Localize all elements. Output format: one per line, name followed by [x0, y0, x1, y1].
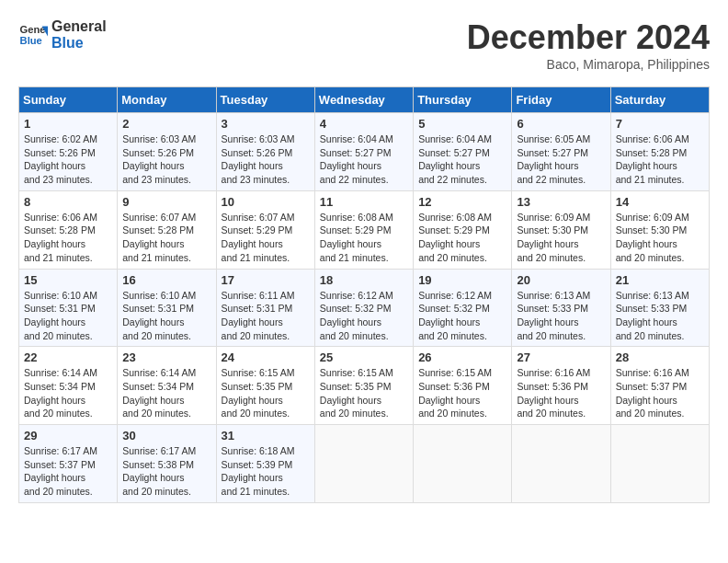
- day-info: Sunrise: 6:05 AM Sunset: 5:27 PM Dayligh…: [517, 132, 605, 187]
- calendar-cell: 23 Sunrise: 6:14 AM Sunset: 5:34 PM Dayl…: [118, 347, 216, 425]
- title-block: December 2024 Baco, Mimaropa, Philippine…: [467, 18, 710, 72]
- calendar-cell: 25 Sunrise: 6:15 AM Sunset: 5:35 PM Dayl…: [314, 347, 413, 425]
- calendar-cell: 17 Sunrise: 6:11 AM Sunset: 5:31 PM Dayl…: [216, 269, 314, 347]
- day-number: 6: [517, 117, 605, 131]
- day-info: Sunrise: 6:14 AM Sunset: 5:34 PM Dayligh…: [24, 366, 112, 420]
- day-number: 21: [616, 273, 704, 287]
- calendar-cell: 20 Sunrise: 6:13 AM Sunset: 5:33 PM Dayl…: [512, 269, 610, 347]
- location: Baco, Mimaropa, Philippines: [467, 57, 710, 72]
- day-info: Sunrise: 6:17 AM Sunset: 5:38 PM Dayligh…: [122, 444, 210, 499]
- day-info: Sunrise: 6:10 AM Sunset: 5:31 PM Dayligh…: [122, 289, 210, 343]
- month-title: December 2024: [467, 18, 710, 57]
- day-number: 3: [222, 117, 310, 131]
- day-number: 10: [222, 195, 310, 209]
- day-number: 29: [24, 429, 112, 442]
- day-info: Sunrise: 6:12 AM Sunset: 5:32 PM Dayligh…: [320, 289, 408, 343]
- header-sunday: Sunday: [19, 87, 118, 113]
- day-info: Sunrise: 6:03 AM Sunset: 5:26 PM Dayligh…: [122, 132, 210, 187]
- day-number: 8: [24, 195, 112, 209]
- day-number: 4: [320, 117, 408, 131]
- calendar-cell: 6 Sunrise: 6:05 AM Sunset: 5:27 PM Dayli…: [512, 113, 610, 191]
- calendar-cell: 2 Sunrise: 6:03 AM Sunset: 5:26 PM Dayli…: [118, 113, 216, 191]
- week-row-2: 8 Sunrise: 6:06 AM Sunset: 5:28 PM Dayli…: [19, 190, 710, 269]
- day-info: Sunrise: 6:04 AM Sunset: 5:27 PM Dayligh…: [418, 132, 506, 187]
- day-info: Sunrise: 6:08 AM Sunset: 5:29 PM Dayligh…: [418, 211, 506, 265]
- calendar-cell: 31 Sunrise: 6:18 AM Sunset: 5:39 PM Dayl…: [216, 425, 314, 503]
- calendar-cell: [414, 425, 512, 503]
- calendar-cell: 29 Sunrise: 6:17 AM Sunset: 5:37 PM Dayl…: [19, 425, 118, 503]
- day-number: 30: [122, 429, 210, 442]
- week-row-3: 15 Sunrise: 6:10 AM Sunset: 5:31 PM Dayl…: [19, 269, 710, 347]
- header-friday: Friday: [512, 87, 610, 113]
- logo-general: General: [51, 18, 107, 35]
- calendar-cell: [610, 425, 709, 503]
- calendar-cell: 8 Sunrise: 6:06 AM Sunset: 5:28 PM Dayli…: [19, 190, 118, 269]
- day-info: Sunrise: 6:07 AM Sunset: 5:29 PM Dayligh…: [222, 211, 310, 265]
- day-info: Sunrise: 6:15 AM Sunset: 5:35 PM Dayligh…: [222, 366, 310, 420]
- day-number: 27: [517, 350, 605, 364]
- calendar-cell: 7 Sunrise: 6:06 AM Sunset: 5:28 PM Dayli…: [610, 113, 709, 191]
- day-number: 13: [517, 195, 605, 209]
- header-wednesday: Wednesday: [314, 87, 413, 113]
- day-info: Sunrise: 6:14 AM Sunset: 5:34 PM Dayligh…: [122, 366, 210, 420]
- day-number: 23: [122, 350, 210, 364]
- day-info: Sunrise: 6:10 AM Sunset: 5:31 PM Dayligh…: [24, 289, 112, 343]
- day-info: Sunrise: 6:02 AM Sunset: 5:26 PM Dayligh…: [24, 132, 112, 187]
- day-number: 26: [418, 350, 506, 364]
- day-info: Sunrise: 6:11 AM Sunset: 5:31 PM Dayligh…: [222, 289, 310, 343]
- calendar-cell: 26 Sunrise: 6:15 AM Sunset: 5:36 PM Dayl…: [414, 347, 512, 425]
- day-number: 18: [320, 273, 408, 287]
- day-info: Sunrise: 6:06 AM Sunset: 5:28 PM Dayligh…: [24, 211, 112, 265]
- day-info: Sunrise: 6:18 AM Sunset: 5:39 PM Dayligh…: [222, 444, 310, 499]
- calendar-cell: 9 Sunrise: 6:07 AM Sunset: 5:28 PM Dayli…: [118, 190, 216, 269]
- day-number: 24: [222, 350, 310, 364]
- day-info: Sunrise: 6:12 AM Sunset: 5:32 PM Dayligh…: [418, 289, 506, 343]
- header-tuesday: Tuesday: [216, 87, 314, 113]
- day-number: 15: [24, 273, 112, 287]
- logo: General Blue General Blue: [18, 18, 107, 51]
- calendar-cell: 4 Sunrise: 6:04 AM Sunset: 5:27 PM Dayli…: [314, 113, 413, 191]
- logo-blue: Blue: [51, 35, 107, 52]
- calendar-cell: 1 Sunrise: 6:02 AM Sunset: 5:26 PM Dayli…: [19, 113, 118, 191]
- header-monday: Monday: [118, 87, 216, 113]
- day-number: 12: [418, 195, 506, 209]
- calendar-cell: 27 Sunrise: 6:16 AM Sunset: 5:36 PM Dayl…: [512, 347, 610, 425]
- week-row-4: 22 Sunrise: 6:14 AM Sunset: 5:34 PM Dayl…: [19, 347, 710, 425]
- svg-text:General: General: [20, 24, 48, 35]
- day-info: Sunrise: 6:13 AM Sunset: 5:33 PM Dayligh…: [517, 289, 605, 343]
- day-info: Sunrise: 6:17 AM Sunset: 5:37 PM Dayligh…: [24, 444, 112, 499]
- calendar-cell: 24 Sunrise: 6:15 AM Sunset: 5:35 PM Dayl…: [216, 347, 314, 425]
- calendar-table: SundayMondayTuesdayWednesdayThursdayFrid…: [18, 86, 710, 503]
- day-info: Sunrise: 6:04 AM Sunset: 5:27 PM Dayligh…: [320, 132, 408, 187]
- day-number: 31: [222, 429, 310, 442]
- calendar-header-row: SundayMondayTuesdayWednesdayThursdayFrid…: [19, 87, 710, 113]
- day-info: Sunrise: 6:09 AM Sunset: 5:30 PM Dayligh…: [616, 211, 704, 265]
- day-info: Sunrise: 6:09 AM Sunset: 5:30 PM Dayligh…: [517, 211, 605, 265]
- header-saturday: Saturday: [610, 87, 709, 113]
- day-info: Sunrise: 6:16 AM Sunset: 5:36 PM Dayligh…: [517, 366, 605, 420]
- day-number: 20: [517, 273, 605, 287]
- day-number: 9: [122, 195, 210, 209]
- svg-text:Blue: Blue: [20, 34, 42, 45]
- day-info: Sunrise: 6:08 AM Sunset: 5:29 PM Dayligh…: [320, 211, 408, 265]
- calendar-cell: 15 Sunrise: 6:10 AM Sunset: 5:31 PM Dayl…: [19, 269, 118, 347]
- day-info: Sunrise: 6:16 AM Sunset: 5:37 PM Dayligh…: [616, 366, 704, 420]
- calendar-cell: [314, 425, 413, 503]
- day-info: Sunrise: 6:03 AM Sunset: 5:26 PM Dayligh…: [222, 132, 310, 187]
- calendar-cell: [512, 425, 610, 503]
- day-number: 7: [616, 117, 704, 131]
- day-number: 19: [418, 273, 506, 287]
- day-number: 14: [616, 195, 704, 209]
- calendar-cell: 14 Sunrise: 6:09 AM Sunset: 5:30 PM Dayl…: [610, 190, 709, 269]
- day-info: Sunrise: 6:13 AM Sunset: 5:33 PM Dayligh…: [616, 289, 704, 343]
- calendar-cell: 19 Sunrise: 6:12 AM Sunset: 5:32 PM Dayl…: [414, 269, 512, 347]
- day-info: Sunrise: 6:06 AM Sunset: 5:28 PM Dayligh…: [616, 132, 704, 187]
- week-row-1: 1 Sunrise: 6:02 AM Sunset: 5:26 PM Dayli…: [19, 113, 710, 191]
- calendar-cell: 12 Sunrise: 6:08 AM Sunset: 5:29 PM Dayl…: [414, 190, 512, 269]
- header-thursday: Thursday: [414, 87, 512, 113]
- calendar-cell: 30 Sunrise: 6:17 AM Sunset: 5:38 PM Dayl…: [118, 425, 216, 503]
- day-info: Sunrise: 6:15 AM Sunset: 5:36 PM Dayligh…: [418, 366, 506, 420]
- page-header: General Blue General Blue December 2024 …: [18, 18, 710, 72]
- calendar-cell: 18 Sunrise: 6:12 AM Sunset: 5:32 PM Dayl…: [314, 269, 413, 347]
- day-number: 22: [24, 350, 112, 364]
